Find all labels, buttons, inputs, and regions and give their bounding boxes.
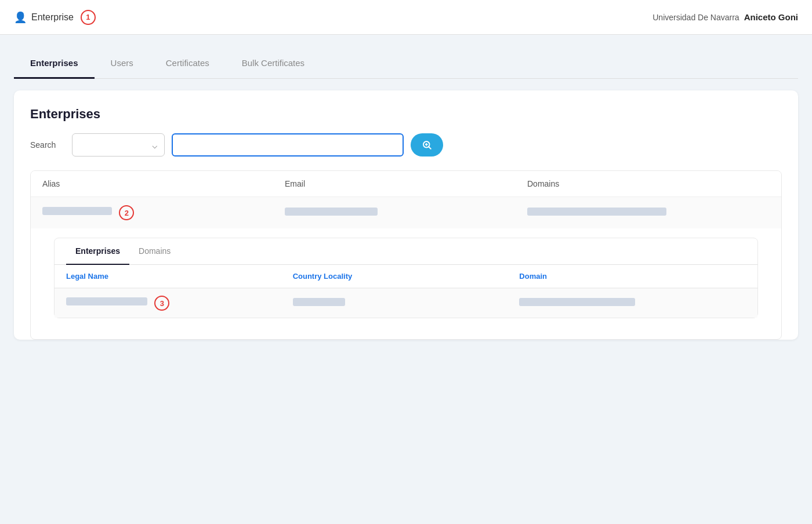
tab-certificates[interactable]: Certificates — [150, 49, 226, 79]
sub-tabs: Enterprises Domains — [55, 238, 757, 265]
tab-bulk-certificates[interactable]: Bulk Certificates — [226, 49, 321, 79]
main-content: Enterprises Users Certificates Bulk Cert… — [0, 35, 812, 340]
badge-1: 1 — [81, 10, 96, 25]
main-tabs: Enterprises Users Certificates Bulk Cert… — [14, 49, 798, 79]
sub-tab-domains[interactable]: Domains — [129, 238, 180, 265]
sub-col-domain: Domain — [519, 272, 746, 281]
col-email: Email — [285, 179, 527, 188]
badge-2: 2 — [119, 205, 134, 220]
search-row: Search ⌵ — [30, 133, 782, 157]
expanded-detail: Enterprises Domains Legal Name Country L… — [31, 228, 781, 339]
alias-blurred — [42, 207, 112, 215]
domains-cell — [527, 208, 770, 218]
email-cell — [285, 208, 527, 218]
search-dropdown[interactable] — [72, 133, 165, 157]
search-dropdown-wrapper: ⌵ — [72, 133, 165, 157]
header-right: Universidad De Navarra Aniceto Goni — [652, 12, 798, 22]
sub-table-row[interactable]: 3 — [55, 288, 757, 318]
magnify-icon — [422, 140, 432, 150]
domain-blurred — [519, 298, 635, 306]
sub-col-country-locality: Country Locality — [293, 272, 520, 281]
svg-line-1 — [429, 147, 430, 148]
badge-3: 3 — [154, 296, 169, 311]
country-blurred — [293, 298, 345, 306]
enterprises-card: Enterprises Search ⌵ — [14, 90, 798, 340]
search-input[interactable] — [172, 133, 404, 157]
card-title: Enterprises — [30, 107, 782, 122]
alias-cell: 2 — [42, 205, 285, 220]
col-domains: Domains — [527, 179, 770, 188]
search-button[interactable] — [411, 133, 443, 157]
org-name: Universidad De Navarra — [652, 13, 739, 22]
email-blurred — [285, 208, 378, 216]
country-cell — [293, 298, 520, 308]
header: 👤 Enterprise 1 Universidad De Navarra An… — [0, 0, 812, 35]
legal-blurred — [66, 297, 147, 305]
table-header-row: Alias Email Domains — [31, 171, 781, 196]
search-label: Search — [30, 140, 65, 150]
sub-tab-enterprises[interactable]: Enterprises — [66, 238, 129, 265]
enterprises-table: Alias Email Domains 2 — [30, 170, 782, 340]
tab-enterprises[interactable]: Enterprises — [14, 49, 95, 79]
sub-table-header: Legal Name Country Locality Domain — [55, 265, 757, 288]
legal-name-cell: 3 — [66, 296, 293, 311]
sub-col-legal-name: Legal Name — [66, 272, 293, 281]
table-row[interactable]: 2 — [31, 196, 781, 228]
tab-users[interactable]: Users — [95, 49, 150, 79]
username: Aniceto Goni — [744, 12, 798, 22]
domains-blurred — [527, 208, 666, 216]
enterprise-label: Enterprise — [31, 12, 74, 23]
sub-card: Enterprises Domains Legal Name Country L… — [54, 238, 758, 318]
header-left: 👤 Enterprise 1 — [14, 10, 96, 25]
domain-sub-cell — [519, 298, 746, 308]
enterprise-icon: 👤 — [14, 11, 27, 24]
col-alias: Alias — [42, 179, 285, 188]
